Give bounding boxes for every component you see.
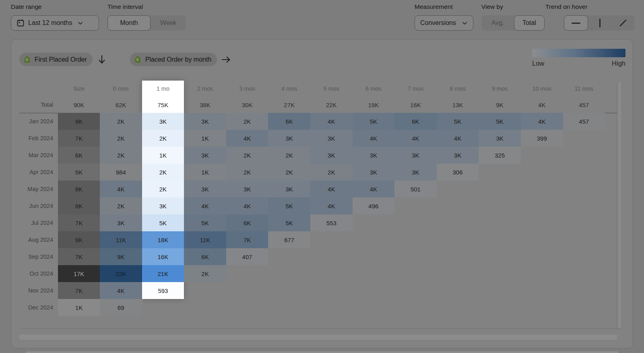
heatmap-cell[interactable]: 3K bbox=[479, 130, 521, 147]
heatmap-cell[interactable]: 4K bbox=[100, 282, 142, 299]
heatmap-cell[interactable]: 306 bbox=[437, 164, 479, 181]
heatmap-cell[interactable]: 2K bbox=[184, 265, 226, 282]
heatmap-cell[interactable]: 9K bbox=[100, 248, 142, 265]
heatmap-cell[interactable]: 3K bbox=[437, 147, 479, 164]
heatmap-cell[interactable]: 984 bbox=[100, 164, 142, 181]
trend-vertical-button[interactable] bbox=[588, 15, 611, 31]
heatmap-cell[interactable]: 4K bbox=[184, 197, 226, 214]
measurement-dropdown[interactable]: Conversions bbox=[415, 15, 473, 31]
heatmap-cell[interactable]: 9K bbox=[58, 113, 100, 130]
heatmap-cell[interactable]: 5K bbox=[437, 113, 479, 130]
heatmap-cell[interactable]: 677 bbox=[268, 231, 310, 248]
heatmap-cell[interactable]: 2K bbox=[226, 113, 268, 130]
heatmap-cell[interactable]: 3K bbox=[353, 164, 395, 181]
heatmap-cell[interactable]: 2K bbox=[226, 164, 268, 181]
heatmap-cell[interactable]: 2K bbox=[100, 147, 142, 164]
time-interval-week-option[interactable]: Week bbox=[151, 15, 186, 31]
heatmap-cell[interactable]: 3K bbox=[268, 130, 310, 147]
heatmap-cell[interactable]: 4K bbox=[226, 197, 268, 214]
heatmap-cell[interactable]: 6K bbox=[226, 214, 268, 231]
heatmap-cell[interactable]: 7K bbox=[58, 130, 100, 147]
heatmap-cell[interactable]: 16K bbox=[142, 248, 184, 265]
heatmap-cell[interactable]: 5K bbox=[268, 197, 310, 214]
heatmap-cell[interactable]: 7K bbox=[58, 248, 100, 265]
heatmap-cell[interactable]: 3K bbox=[142, 197, 184, 214]
heatmap-cell[interactable]: 6K bbox=[268, 113, 310, 130]
heatmap-cell[interactable]: 9K bbox=[58, 231, 100, 248]
heatmap-cell[interactable]: 4K bbox=[353, 181, 395, 197]
date-range-button[interactable]: Last 12 months bbox=[11, 15, 99, 31]
heatmap-cell[interactable]: 8K bbox=[58, 197, 100, 214]
heatmap-cell[interactable]: 496 bbox=[353, 197, 395, 214]
heatmap-cell[interactable]: 3K bbox=[184, 181, 226, 197]
heatmap-cell[interactable]: 407 bbox=[226, 248, 268, 265]
view-by-total-option[interactable]: Total bbox=[514, 15, 545, 31]
heatmap-cell[interactable]: 4K bbox=[521, 113, 563, 130]
heatmap-cell[interactable]: 2K bbox=[268, 147, 310, 164]
heatmap-cell[interactable]: 18K bbox=[142, 231, 184, 248]
heatmap-cell[interactable]: 21K bbox=[142, 265, 184, 282]
heatmap-cell[interactable]: 3K bbox=[268, 181, 310, 197]
heatmap-cell[interactable]: 7K bbox=[58, 214, 100, 231]
heatmap-cell[interactable]: 6K bbox=[58, 147, 100, 164]
view-by-avg-option[interactable]: Avg. bbox=[481, 15, 514, 31]
heatmap-cell[interactable]: 501 bbox=[394, 181, 437, 197]
heatmap-cell[interactable]: 2K bbox=[268, 164, 310, 181]
heatmap-cell[interactable]: 1K bbox=[184, 130, 226, 147]
heatmap-cell[interactable]: 2K bbox=[100, 130, 142, 147]
heatmap-cell[interactable]: 4K bbox=[226, 130, 268, 147]
horizontal-scrollbar[interactable] bbox=[19, 334, 617, 340]
heatmap-cell[interactable]: 17K bbox=[58, 265, 100, 282]
heatmap-cell[interactable]: 11K bbox=[184, 231, 226, 248]
heatmap-cell[interactable]: 2K bbox=[226, 147, 268, 164]
heatmap-cell[interactable]: 2K bbox=[100, 113, 142, 130]
heatmap-cell[interactable]: 6K bbox=[394, 113, 437, 130]
heatmap-cell[interactable]: 4K bbox=[353, 130, 395, 147]
heatmap-cell[interactable]: 457 bbox=[563, 113, 605, 130]
trend-diagonal-button[interactable] bbox=[611, 15, 635, 31]
time-interval-month-option[interactable]: Month bbox=[107, 15, 151, 31]
heatmap-cell[interactable]: 4K bbox=[310, 181, 353, 197]
heatmap-cell[interactable]: 2K bbox=[142, 164, 184, 181]
heatmap-cell[interactable]: 22K bbox=[100, 265, 142, 282]
heatmap-cell[interactable]: 3K bbox=[310, 130, 353, 147]
heatmap-cell[interactable]: 325 bbox=[479, 147, 521, 164]
heatmap-cell[interactable]: 1K bbox=[142, 147, 184, 164]
heatmap-cell[interactable]: 3K bbox=[310, 147, 353, 164]
heatmap-cell[interactable]: 11K bbox=[100, 231, 142, 248]
heatmap-cell[interactable]: 7K bbox=[58, 282, 100, 299]
heatmap-cell[interactable]: 5K bbox=[268, 214, 310, 231]
event-pill-first-placed-order[interactable]: S First Placed Order bbox=[19, 53, 93, 66]
heatmap-cell[interactable]: 3K bbox=[394, 164, 437, 181]
heatmap-cell[interactable]: 2K bbox=[310, 164, 353, 181]
trend-flat-button[interactable] bbox=[564, 15, 588, 31]
heatmap-cell[interactable]: 8K bbox=[58, 181, 100, 197]
heatmap-cell[interactable]: 4K bbox=[310, 197, 353, 214]
heatmap-cell[interactable]: 4K bbox=[437, 130, 479, 147]
heatmap-cell[interactable]: 1K bbox=[184, 164, 226, 181]
heatmap-cell[interactable]: 4K bbox=[310, 113, 353, 130]
heatmap-cell[interactable]: 2K bbox=[142, 181, 184, 197]
heatmap-cell[interactable]: 69 bbox=[100, 299, 142, 316]
heatmap-cell[interactable]: 3K bbox=[142, 113, 184, 130]
heatmap-cell[interactable]: 3K bbox=[184, 147, 226, 164]
heatmap-cell[interactable]: 5K bbox=[353, 113, 395, 130]
heatmap-cell[interactable]: 3K bbox=[100, 214, 142, 231]
event-pill-placed-order-by-month[interactable]: S Placed Order by month bbox=[130, 53, 217, 66]
heatmap-cell[interactable]: 7K bbox=[226, 231, 268, 248]
heatmap-cell[interactable]: 3K bbox=[226, 181, 268, 197]
heatmap-cell[interactable]: 5K bbox=[142, 214, 184, 231]
heatmap-cell[interactable]: 399 bbox=[521, 130, 563, 147]
heatmap-cell[interactable]: 1K bbox=[58, 299, 100, 316]
heatmap-cell[interactable]: 3K bbox=[184, 113, 226, 130]
heatmap-cell[interactable]: 2K bbox=[100, 197, 142, 214]
heatmap-cell[interactable]: 2K bbox=[142, 130, 184, 147]
heatmap-cell[interactable]: 593 bbox=[142, 282, 184, 299]
heatmap-cell[interactable]: 5K bbox=[58, 164, 100, 181]
heatmap-cell[interactable]: 6K bbox=[184, 248, 226, 265]
heatmap-cell[interactable]: 3K bbox=[353, 147, 395, 164]
heatmap-cell[interactable]: 5K bbox=[479, 113, 521, 130]
heatmap-cell[interactable]: 5K bbox=[184, 214, 226, 231]
heatmap-cell[interactable]: 3K bbox=[394, 147, 437, 164]
heatmap-cell[interactable]: 4K bbox=[394, 130, 437, 147]
